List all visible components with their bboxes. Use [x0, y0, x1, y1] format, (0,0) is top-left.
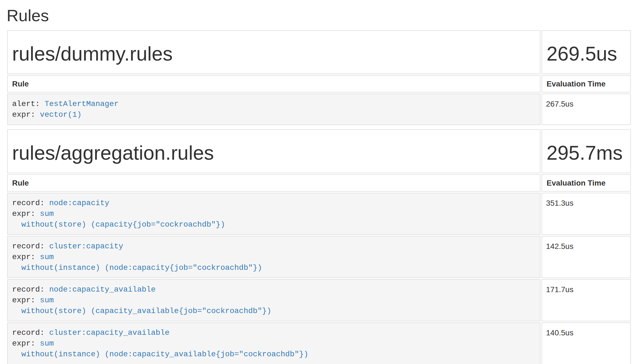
rule-evaluation-time: 140.5us [542, 322, 631, 364]
group-header-row: rules/aggregation.rules 295.7ms [7, 129, 631, 173]
rule-definition-cell: record: cluster:capacity_available expr:… [7, 322, 540, 364]
rule-name-link[interactable]: node:capacity_available [49, 285, 155, 294]
rule-expr-link[interactable]: sum without(store) (capacity_available{j… [12, 296, 271, 315]
rule-definition-cell: record: node:capacity_available expr: su… [7, 279, 540, 321]
rule-expr-label: expr: [12, 253, 40, 261]
rule-definition-cell: alert: TestAlertManager expr: vector(1) [7, 94, 540, 125]
rule-name-link[interactable]: node:capacity [49, 199, 109, 207]
rule-evaluation-time: 171.7us [542, 279, 631, 321]
rule-column-header: Rule [7, 174, 540, 192]
rule-expr-label: expr: [12, 210, 40, 218]
rule-expr-label: expr: [12, 339, 40, 348]
rule-definition-cell: record: node:capacity expr: sum without(… [7, 193, 540, 235]
group-file-title: rules/dummy.rules [12, 43, 536, 65]
rule-column-header: Rule [7, 75, 540, 93]
rule-code: alert: TestAlertManager expr: vector(1) [12, 99, 536, 120]
rule-code: record: cluster:capacity_available expr:… [12, 327, 536, 360]
rule-expr-link[interactable]: sum without(store) (capacity{job="cockro… [12, 210, 225, 229]
rule-expr-link[interactable]: vector(1) [40, 110, 82, 119]
rule-kind-label: alert: [12, 100, 45, 108]
rule-kind-label: record: [12, 285, 49, 294]
rule-expr-label: expr: [12, 296, 40, 305]
rule-code: record: node:capacity_available expr: su… [12, 284, 536, 316]
rule-expr-link[interactable]: sum without(instance) (node:capacity{job… [12, 253, 262, 272]
rule-row: alert: TestAlertManager expr: vector(1) … [7, 94, 631, 125]
rule-groups: rules/dummy.rules 269.5us Rule Evaluatio… [6, 29, 632, 364]
group-evaluation-time-cell: 269.5us [542, 30, 631, 74]
rules-page: Rules rules/dummy.rules 269.5us Rule Eva… [0, 7, 638, 364]
rule-group-table: rules/aggregation.rules 295.7ms Rule Eva… [6, 128, 632, 364]
rule-kind-label: record: [12, 199, 49, 207]
time-column-header: Evaluation Time [542, 75, 631, 93]
rule-code: record: node:capacity expr: sum without(… [12, 198, 536, 230]
group-file-cell: rules/dummy.rules [7, 30, 540, 74]
rule-row: record: cluster:capacity expr: sum witho… [7, 236, 631, 278]
rule-name-link[interactable]: cluster:capacity [49, 242, 123, 251]
group-evaluation-time: 269.5us [547, 43, 626, 65]
group-evaluation-time-cell: 295.7ms [542, 129, 631, 173]
column-header-row: Rule Evaluation Time [7, 75, 631, 93]
rule-evaluation-time: 142.5us [542, 236, 631, 278]
rule-code: record: cluster:capacity expr: sum witho… [12, 241, 536, 273]
group-file-cell: rules/aggregation.rules [7, 129, 540, 173]
time-column-header: Evaluation Time [542, 174, 631, 192]
rule-row: record: node:capacity_available expr: su… [7, 279, 631, 321]
rule-expr-link[interactable]: sum without(instance) (node:capacity_ava… [12, 339, 308, 358]
group-file-title: rules/aggregation.rules [12, 142, 536, 164]
group-header-row: rules/dummy.rules 269.5us [7, 30, 631, 74]
column-header-row: Rule Evaluation Time [7, 174, 631, 192]
rule-definition-cell: record: cluster:capacity expr: sum witho… [7, 236, 540, 278]
rule-group-table: rules/dummy.rules 269.5us Rule Evaluatio… [6, 29, 632, 126]
rule-evaluation-time: 267.5us [542, 94, 631, 125]
rule-row: record: node:capacity expr: sum without(… [7, 193, 631, 235]
rule-kind-label: record: [12, 242, 49, 251]
rule-name-link[interactable]: TestAlertManager [45, 100, 119, 108]
rule-expr-label: expr: [12, 110, 40, 119]
rule-row: record: cluster:capacity_available expr:… [7, 322, 631, 364]
rule-kind-label: record: [12, 328, 49, 337]
rule-evaluation-time: 351.3us [542, 193, 631, 235]
group-evaluation-time: 295.7ms [547, 142, 626, 164]
page-title: Rules [7, 7, 632, 25]
rule-name-link[interactable]: cluster:capacity_available [49, 328, 169, 337]
